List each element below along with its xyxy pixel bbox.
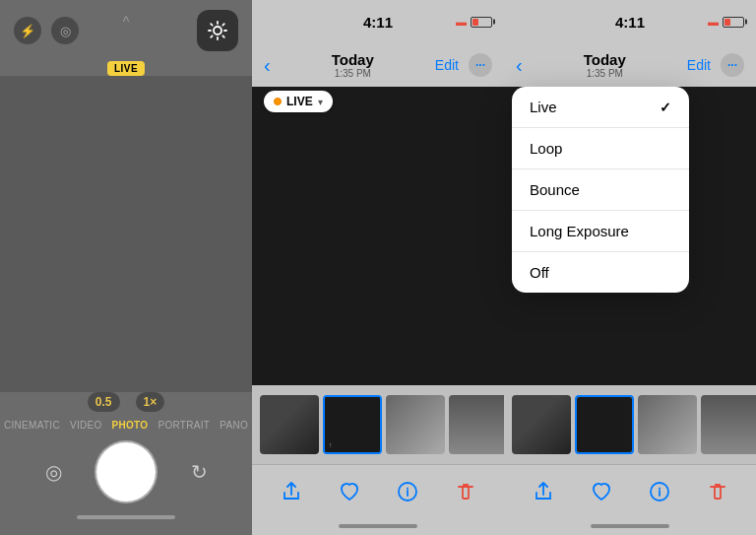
filmstrip-3 — [504, 385, 756, 464]
nav-title-3: Today 1:35 PM — [584, 51, 626, 79]
flash-icon[interactable]: ⚡ — [14, 17, 41, 44]
nav-actions-2: Edit ··· — [435, 53, 492, 77]
camera-top-left-icons: ⚡ ◎ — [14, 17, 79, 44]
battery-fill-2 — [472, 19, 478, 26]
dropdown-item-off[interactable]: Off — [512, 252, 689, 293]
flip-camera-icon[interactable]: ↻ — [185, 458, 213, 486]
status-bar-2: 4:11 ▬ — [252, 0, 504, 43]
filmstrip-3-thumb-2[interactable] — [575, 395, 634, 454]
battery-icon-3 — [723, 17, 744, 28]
nav-title-main-2: Today — [332, 51, 374, 68]
dropdown-label-long-exposure: Long Exposure — [530, 223, 629, 239]
favorite-button-2[interactable] — [332, 474, 367, 509]
camera-settings-icon[interactable] — [197, 10, 238, 51]
nav-title-sub-3: 1:35 PM — [584, 68, 626, 79]
filmstrip-thumb-2[interactable]: ↑ — [323, 395, 382, 454]
status-right-3: ▬ — [708, 16, 744, 28]
filmstrip-3-thumb-4[interactable] — [701, 395, 756, 454]
mode-pano[interactable]: PANO — [220, 420, 248, 431]
live-badge[interactable]: LIVE — [107, 61, 145, 76]
dropdown-item-live[interactable]: Live ✓ — [512, 87, 689, 128]
dropdown-label-bounce: Bounce — [530, 181, 580, 198]
back-button-2[interactable]: ‹ — [264, 54, 271, 77]
back-button-3[interactable]: ‹ — [516, 54, 523, 77]
live-chip-label-2: LIVE — [286, 95, 313, 108]
live-chip-2[interactable]: LIVE ▾ — [264, 91, 333, 112]
favorite-button-3[interactable] — [584, 474, 619, 509]
photos-nav-bar-2: ‹ Today 1:35 PM Edit ··· — [252, 43, 504, 87]
share-button-3[interactable] — [526, 474, 561, 509]
battery-fill-3 — [724, 19, 730, 26]
svg-point-0 — [214, 27, 221, 34]
delete-button-3[interactable] — [700, 474, 735, 509]
battery-icon-2 — [471, 17, 492, 28]
dropdown-checkmark-live: ✓ — [660, 100, 671, 115]
edit-button-3[interactable]: Edit — [687, 57, 711, 73]
battery-tip-3 — [745, 20, 747, 25]
camera-viewfinder — [0, 76, 252, 392]
battery-low-indicator: ▬ — [456, 16, 467, 28]
dropdown-item-bounce[interactable]: Bounce — [512, 169, 689, 211]
home-indicator-3 — [591, 524, 669, 528]
share-button-2[interactable] — [274, 474, 309, 509]
status-right-2: ▬ — [456, 16, 492, 28]
live-chip-chevron-2: ▾ — [318, 97, 323, 107]
battery-low-indicator-3: ▬ — [708, 16, 719, 28]
info-button-2[interactable] — [390, 474, 425, 509]
photos-panel-2: 4:11 ▬ ‹ Today 1:35 PM Edit ··· LIVE ▾ — [252, 0, 504, 535]
home-bar-2 — [252, 517, 504, 535]
nav-title-2: Today 1:35 PM — [332, 51, 374, 79]
live-dropdown-menu: Live ✓ Loop Bounce Long Exposure Off — [512, 87, 689, 293]
camera-chevron-icon: ^ — [123, 14, 130, 30]
camera-panel: ⚡ ◎ ^ LIVE 0.5 1× CINEMATIC VIDEO PHOTO … — [0, 0, 252, 535]
mode-video[interactable]: VIDEO — [70, 420, 102, 431]
home-indicator — [77, 515, 175, 519]
mode-portrait[interactable]: PORTRAIT — [158, 420, 210, 431]
status-time-2: 4:11 — [363, 14, 393, 31]
edit-button-2[interactable]: Edit — [435, 57, 459, 73]
status-time-3: 4:11 — [615, 14, 645, 31]
zoom-1x-button[interactable]: 1× — [136, 392, 165, 412]
filmstrip-2: ↑ — [252, 385, 504, 464]
dropdown-label-loop: Loop — [530, 140, 562, 157]
more-button-3[interactable]: ··· — [721, 53, 744, 77]
live-chip-dot-2 — [274, 98, 282, 105]
nav-title-main-3: Today — [584, 51, 626, 68]
live-photo-icon[interactable]: ◎ — [51, 17, 79, 44]
dropdown-item-loop[interactable]: Loop — [512, 128, 689, 169]
photos-nav-bar-3: ‹ Today 1:35 PM Edit ··· — [504, 43, 756, 87]
filmstrip-thumb-3[interactable] — [386, 395, 445, 454]
info-button-3[interactable] — [642, 474, 677, 509]
battery-tip-2 — [493, 20, 495, 25]
filmstrip-3-thumb-3[interactable] — [638, 395, 697, 454]
shutter-button[interactable] — [96, 442, 156, 502]
status-bar-3: 4:11 ▬ — [504, 0, 756, 43]
dropdown-label-off: Off — [530, 264, 549, 281]
delete-button-2[interactable] — [448, 474, 483, 509]
home-indicator-2 — [339, 524, 417, 528]
home-bar-3 — [504, 517, 756, 535]
photos-toolbar-3 — [504, 464, 756, 517]
nav-actions-3: Edit ··· — [687, 53, 744, 77]
more-button-2[interactable]: ··· — [469, 53, 492, 77]
filmstrip-3-thumb-1[interactable] — [512, 395, 571, 454]
live-photos-toggle-icon[interactable]: ◎ — [39, 458, 67, 486]
camera-mode-selector: CINEMATIC VIDEO PHOTO PORTRAIT PANO — [0, 420, 252, 431]
camera-shutter-row: ◎ ↻ — [0, 442, 252, 502]
photos-toolbar-2 — [252, 464, 504, 517]
filmstrip-thumb-4[interactable] — [449, 395, 504, 454]
zoom-05-button[interactable]: 0.5 — [88, 392, 120, 412]
photo-viewer-2 — [252, 87, 504, 385]
photos-panel-3: 4:11 ▬ ‹ Today 1:35 PM Edit ··· LIVE ▾ L… — [504, 0, 756, 535]
filmstrip-thumb-1[interactable] — [260, 395, 319, 454]
camera-bottom-controls: 0.5 1× CINEMATIC VIDEO PHOTO PORTRAIT PA… — [0, 392, 252, 535]
dropdown-label-live: Live — [530, 99, 557, 115]
nav-title-sub-2: 1:35 PM — [332, 68, 374, 79]
camera-zoom-controls: 0.5 1× — [0, 392, 252, 412]
dropdown-item-long-exposure[interactable]: Long Exposure — [512, 211, 689, 252]
mode-cinematic[interactable]: CINEMATIC — [4, 420, 60, 431]
mode-photo[interactable]: PHOTO — [112, 420, 149, 431]
